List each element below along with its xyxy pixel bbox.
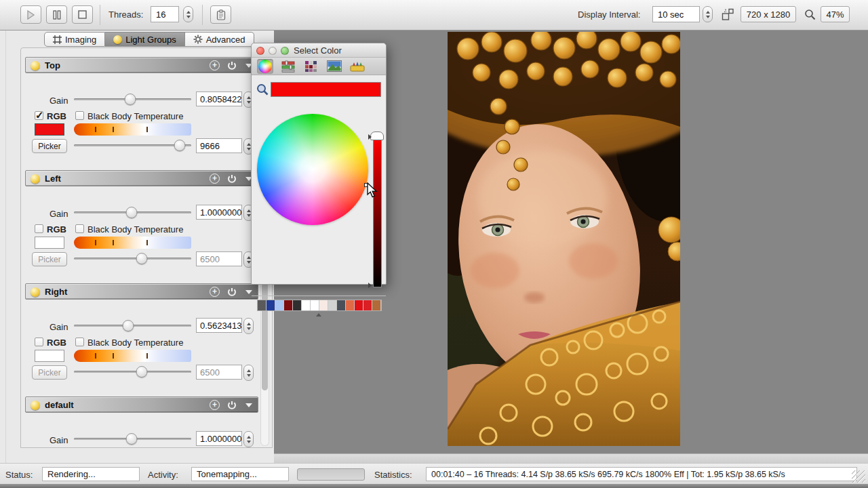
- imaging-icon: [53, 35, 62, 44]
- swatch[interactable]: [293, 300, 302, 310]
- stop-button[interactable]: [72, 5, 93, 24]
- swatch[interactable]: [267, 300, 275, 310]
- collapse-chevron-icon[interactable]: [245, 290, 252, 294]
- add-group-button[interactable]: +: [210, 287, 220, 297]
- temperature-slider[interactable]: [74, 139, 191, 151]
- threads-input[interactable]: [151, 6, 179, 22]
- gain-value[interactable]: 1.0000000: [196, 431, 242, 446]
- add-group-button[interactable]: +: [210, 174, 220, 184]
- picker-button[interactable]: Picker: [32, 139, 67, 153]
- swatch[interactable]: [355, 300, 363, 310]
- swatch[interactable]: [328, 300, 337, 310]
- temperature-value[interactable]: 6500: [196, 365, 242, 380]
- group-header[interactable]: Right +: [25, 283, 258, 300]
- swatch[interactable]: [302, 300, 311, 310]
- add-group-button[interactable]: +: [210, 400, 220, 410]
- tab-advanced[interactable]: Advanced: [185, 32, 254, 47]
- mode-image-palettes[interactable]: [326, 59, 342, 74]
- temperature-value[interactable]: 6500: [196, 251, 242, 266]
- close-button[interactable]: [256, 47, 264, 55]
- slider-knob[interactable]: [125, 207, 137, 218]
- color-swatch[interactable]: [35, 123, 64, 136]
- swatch[interactable]: [258, 300, 267, 310]
- mode-crayons[interactable]: [349, 59, 366, 74]
- window-resize-grip[interactable]: [852, 470, 865, 483]
- bbt-checkbox[interactable]: [75, 224, 84, 233]
- zoom-button[interactable]: [804, 9, 816, 22]
- mode-color-wheel[interactable]: [257, 59, 273, 74]
- gain-value[interactable]: 0.8058422: [196, 92, 242, 106]
- magnifier-icon: [256, 83, 269, 96]
- color-swatch[interactable]: [35, 350, 64, 362]
- temperature-slider[interactable]: [74, 252, 191, 264]
- tab-imaging[interactable]: Imaging: [44, 32, 105, 47]
- minimize-button[interactable]: [269, 47, 277, 55]
- swatch[interactable]: [284, 300, 293, 310]
- gain-label: Gain: [50, 322, 68, 332]
- slider-knob[interactable]: [174, 140, 185, 151]
- zoom-window-button[interactable]: [281, 47, 289, 55]
- picker-button[interactable]: Picker: [32, 365, 67, 380]
- swatch[interactable]: [311, 300, 319, 310]
- bbt-checkbox[interactable]: [75, 111, 84, 120]
- swatch[interactable]: [346, 300, 355, 310]
- rgb-checkbox[interactable]: ✓: [35, 111, 43, 120]
- gear-icon: [193, 35, 203, 44]
- slider-knob[interactable]: [125, 433, 137, 445]
- swatch-drawer-toggle[interactable]: [316, 313, 321, 317]
- resize-render-button[interactable]: [722, 8, 734, 23]
- copy-to-clipboard-button[interactable]: [210, 5, 231, 24]
- temperature-stepper[interactable]: [243, 365, 254, 381]
- power-toggle-icon[interactable]: [226, 60, 237, 71]
- power-toggle-icon[interactable]: [226, 174, 237, 184]
- power-toggle-icon[interactable]: [226, 400, 237, 411]
- brightness-slider[interactable]: [373, 136, 382, 287]
- temperature-slider[interactable]: [74, 365, 191, 378]
- gain-slider[interactable]: [74, 93, 191, 105]
- brightness-handle[interactable]: [370, 131, 384, 140]
- power-toggle-icon[interactable]: [226, 287, 237, 298]
- zoom-level-display[interactable]: 47%: [821, 6, 850, 22]
- resolution-display[interactable]: 488 x 868: [741, 6, 796, 22]
- mode-sliders[interactable]: [280, 59, 296, 74]
- slider-knob[interactable]: [122, 320, 134, 331]
- rendered-image: [448, 32, 680, 446]
- swatch[interactable]: [275, 300, 284, 310]
- play-button[interactable]: [20, 5, 41, 24]
- swatch[interactable]: [363, 300, 372, 310]
- temperature-value[interactable]: 9666: [196, 138, 242, 153]
- gain-stepper[interactable]: [243, 318, 254, 334]
- mode-palettes[interactable]: [303, 59, 319, 74]
- group-header[interactable]: default +: [25, 396, 258, 413]
- magnify-pick-button[interactable]: [256, 83, 269, 98]
- gain-slider[interactable]: [74, 319, 191, 331]
- gain-slider[interactable]: [74, 432, 191, 445]
- group-header[interactable]: Left +: [25, 170, 258, 186]
- add-group-button[interactable]: +: [210, 60, 220, 70]
- threads-stepper[interactable]: [183, 6, 193, 22]
- rgb-checkbox[interactable]: [35, 224, 43, 233]
- swatch[interactable]: [372, 300, 381, 310]
- dialog-titlebar[interactable]: Select Color: [252, 43, 386, 58]
- swatch[interactable]: [319, 300, 328, 310]
- slider-knob[interactable]: [125, 94, 136, 105]
- slider-knob[interactable]: [136, 366, 148, 378]
- group-header[interactable]: Top +: [25, 57, 258, 73]
- display-interval-stepper[interactable]: [703, 6, 713, 22]
- slider-knob[interactable]: [136, 253, 148, 264]
- tab-light-groups[interactable]: Light Groups: [105, 32, 184, 47]
- color-swatch[interactable]: [35, 237, 64, 249]
- gain-value[interactable]: 1.0000000: [196, 205, 242, 220]
- viewport-horizontal-scrollbar[interactable]: [274, 453, 868, 463]
- color-wheel[interactable]: [257, 114, 368, 225]
- picker-button[interactable]: Picker: [32, 252, 67, 266]
- bbt-checkbox[interactable]: [75, 338, 84, 346]
- pause-button[interactable]: [46, 5, 67, 24]
- swatch[interactable]: [337, 300, 346, 310]
- collapse-chevron-icon[interactable]: [245, 403, 252, 407]
- rgb-checkbox[interactable]: [35, 338, 43, 346]
- gain-slider[interactable]: [74, 206, 191, 218]
- gain-stepper[interactable]: [243, 431, 254, 447]
- display-interval-input[interactable]: [652, 6, 700, 22]
- gain-value[interactable]: 0.5623413: [196, 318, 242, 333]
